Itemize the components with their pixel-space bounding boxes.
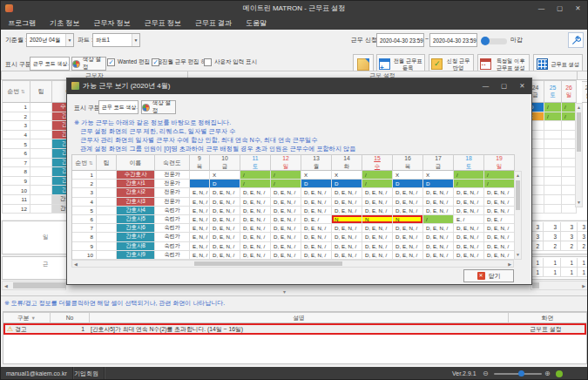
schedule-cell[interactable] [544,177,562,187]
main-row-no[interactable]: 4 [3,131,30,140]
menu-item-2[interactable]: 근무자 정보 [86,17,137,30]
error-col-no[interactable]: No [51,312,90,323]
schedule-cell[interactable] [544,139,562,149]
maximize-button[interactable]: ▢ [551,1,569,17]
schedule-cell[interactable]: D, E, N, / [301,188,332,197]
schedule-cell[interactable]: D, E, N, / [332,198,362,207]
schedule-cell[interactable]: X [332,171,362,180]
splitter-collapse-icon[interactable]: ▾ [283,288,286,295]
dialog-row-no[interactable]: 2 [72,180,97,188]
error-col-screen[interactable]: 화면 [509,312,586,323]
schedule-cell[interactable]: D, E, N, / [454,207,484,215]
schedule-cell[interactable]: D, E, N, / [362,251,393,260]
schedule-cell[interactable]: D, E, / [301,215,332,224]
schedule-cell[interactable]: / [240,171,271,180]
schedule-cell[interactable]: D, E, N, / [484,233,515,241]
menu-item-3[interactable]: 근무표 정보 [137,17,187,30]
schedule-cell[interactable]: D, E, N, / [240,224,271,233]
dialog-row-no[interactable]: 4 [72,198,97,207]
error-col-type[interactable]: 구분▼ [3,312,51,323]
schedule-cell[interactable]: D, E, N, / [240,215,271,224]
schedule-cell[interactable]: D, E, N, / [484,198,515,207]
main-row-no[interactable]: 9 [3,177,30,187]
schedule-cell[interactable]: D, E, N, / [393,188,423,197]
menu-item-0[interactable]: 프로그램 [1,17,43,30]
dialog-col-no[interactable]: 순번⇅ [72,154,97,171]
scroll-up-icon[interactable]: ▲ [577,105,581,110]
main-row-team[interactable] [30,149,52,159]
schedule-cell[interactable]: D, E, N, / [271,233,301,241]
schedule-cell[interactable] [544,149,562,159]
dialog-row-team[interactable] [97,233,117,241]
schedule-cell[interactable]: D, E, N, / [240,188,271,197]
dialog-row-name[interactable]: 간호사7 [117,233,155,241]
schedule-cell[interactable]: D, E, N, / [210,215,240,224]
part-select[interactable]: 파트1 ▼ [92,33,140,47]
schedule-cell[interactable]: D, E, N, / [240,251,271,260]
schedule-cell[interactable]: D, E, N, / [301,242,332,251]
schedule-cell[interactable]: D, E, N, / [240,207,271,215]
schedule-cell[interactable]: D, E, N, / [484,251,515,260]
dialog-row-skill[interactable]: 전문가 [155,198,190,207]
checkbox-1[interactable]: ✓전월 근무 편집 허용 [152,58,212,66]
schedule-cell[interactable]: D, E, N, / [423,251,454,260]
schedule-cell[interactable]: D, E, N, / [484,207,515,215]
main-row-team[interactable] [30,121,52,131]
dialog-row-team[interactable] [97,251,117,260]
schedule-cell[interactable]: D, E, N, / [454,251,484,260]
schedule-cell[interactable]: N [362,215,393,224]
schedule-cell[interactable]: / [484,180,515,188]
schedule-cell[interactable]: D, E, N, / [271,251,301,260]
dialog-col-skill[interactable]: 숙련도 [155,154,190,171]
schedule-cell[interactable]: D, E, N, / [362,207,393,215]
schedule-cell[interactable]: D, E, N, / [240,242,271,251]
dialog-horizontal-scrollbar[interactable]: ◀ ▶ [71,260,514,268]
scroll-thumb[interactable] [532,282,539,288]
schedule-cell[interactable]: D [393,180,423,188]
scroll-down-icon[interactable]: ▼ [577,200,581,205]
dialog-row-team[interactable] [97,215,117,224]
apply-to-select[interactable]: 2020-04-30 23:59 ▼ [429,33,477,47]
schedule-cell[interactable]: D, E, N, / [240,233,271,241]
main-row-no[interactable]: 3 [3,121,30,131]
menu-item-5[interactable]: 도움말 [239,17,274,30]
dialog-close-action-button[interactable]: ✕ 닫기 [463,269,514,282]
schedule-cell[interactable]: D, E, N, / [423,242,454,251]
schedule-cell[interactable]: D, E, N, / [301,251,332,260]
dialog-row-name[interactable]: 간호사4 [117,207,155,215]
schedule-cell[interactable]: D, E, N, / [332,242,362,251]
main-row-no[interactable]: 1 [3,103,30,112]
dialog-row-no[interactable]: 3 [72,188,97,197]
dialog-row-no[interactable]: 9 [72,242,97,251]
schedule-cell[interactable]: D [332,180,362,188]
schedule-cell[interactable]: D, E, N, / [484,224,515,233]
main-row-team[interactable] [30,103,52,112]
schedule-cell[interactable]: D, E, N, / [332,188,362,197]
schedule-cell[interactable]: / [544,112,562,122]
schedule-cell[interactable]: D, E, N, / [423,188,454,197]
schedule-cell[interactable]: D, E, N, / [301,198,332,207]
dialog-row-skill[interactable]: 숙련가 [155,233,190,241]
dialog-row-no[interactable]: 7 [72,224,97,233]
main-row-no[interactable]: 7 [3,159,30,168]
schedule-cell[interactable]: D, E, N, / [240,198,271,207]
scroll-left-icon[interactable]: ◀ [4,284,8,288]
dialog-row-no[interactable]: 6 [72,215,97,224]
schedule-cell[interactable]: D, E, N, / [210,224,240,233]
main-col-team[interactable]: 팀 [30,80,52,103]
main-row-team[interactable] [30,195,52,205]
main-row-team[interactable] [30,186,52,195]
schedule-cell[interactable]: D, E, N, / [332,207,362,215]
schedule-cell[interactable]: D, E, N, / [271,198,301,207]
main-row-no[interactable]: 6 [3,149,30,159]
dialog-row-skill[interactable]: 전문가 [155,171,190,180]
schedule-cell[interactable]: D, E, N, / [362,188,393,197]
schedule-cell[interactable]: D, E, N, / [332,233,362,241]
schedule-cell[interactable]: D, E, N, / [210,198,240,207]
dialog-row-skill[interactable]: 숙련가 [155,224,190,233]
dialog-row-name[interactable]: 간호사5 [117,215,155,224]
main-row-team[interactable] [30,112,52,122]
scroll-thumb[interactable] [194,261,342,266]
schedule-cell[interactable]: D, E, N, / [362,233,393,241]
schedule-cell[interactable]: E, N, / [190,251,210,260]
